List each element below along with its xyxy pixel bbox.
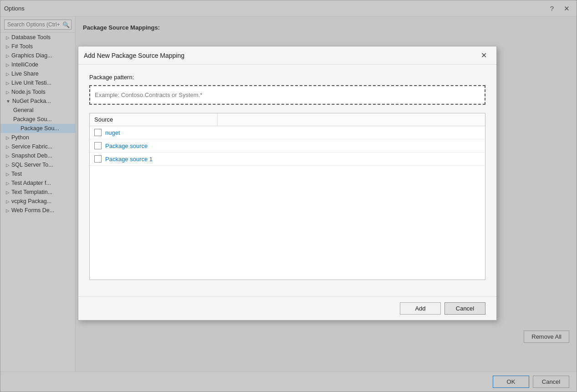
source-cell-package-source-empty [217, 139, 485, 153]
sources-table-wrap: Source nuget [89, 113, 485, 280]
modal-overlay: Add New Package Source Mapping ✕ Package… [0, 0, 577, 392]
checkbox-package-source[interactable] [94, 142, 102, 149]
options-window: Options ? ✕ 🔍 ▷ Database Tools ▷ F# [0, 0, 577, 392]
source-cell-package-source: Package source [90, 139, 217, 153]
modal-cancel-button[interactable]: Cancel [444, 302, 485, 315]
sources-table: Source nuget [90, 113, 485, 280]
table-row: nuget [90, 126, 485, 139]
source-cell-package-source-1-empty [217, 153, 485, 166]
modal-close-button[interactable]: ✕ [476, 48, 491, 63]
modal-title-bar: Add New Package Source Mapping ✕ [78, 46, 496, 65]
pattern-input[interactable] [90, 86, 485, 104]
checkbox-nuget[interactable] [94, 129, 102, 136]
col-empty-header [217, 113, 485, 126]
col-source-header: Source [90, 113, 217, 126]
empty-rows [90, 166, 485, 280]
source-nuget-label[interactable]: nuget [105, 129, 120, 136]
table-row-empty [90, 166, 485, 280]
modal-body: Package pattern: Source [78, 65, 496, 296]
source-package-source-1-label[interactable]: Package source 1 [105, 156, 153, 163]
checkbox-package-source-1-cell: Package source 1 [94, 155, 213, 163]
table-row: Package source [90, 139, 485, 153]
source-cell-nuget-empty [217, 126, 485, 139]
add-button[interactable]: Add [400, 302, 441, 315]
pattern-label: Package pattern: [89, 74, 485, 81]
source-cell-package-source-1: Package source 1 [90, 153, 217, 166]
table-row: Package source 1 [90, 153, 485, 166]
checkbox-nuget-cell: nuget [94, 129, 213, 136]
pattern-input-wrap [89, 85, 485, 105]
modal-title: Add New Package Source Mapping [84, 52, 476, 59]
add-mapping-modal: Add New Package Source Mapping ✕ Package… [78, 46, 497, 321]
source-package-source-label[interactable]: Package source [105, 143, 148, 149]
modal-footer: Add Cancel [78, 296, 496, 320]
checkbox-package-source-cell: Package source [94, 142, 213, 149]
source-cell-nuget: nuget [90, 126, 217, 139]
checkbox-package-source-1[interactable] [94, 155, 102, 163]
